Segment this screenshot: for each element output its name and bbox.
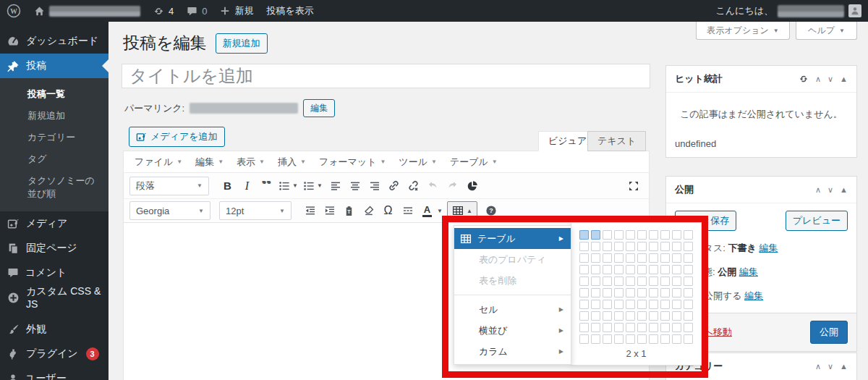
grid-cell[interactable]: [637, 288, 647, 297]
grid-cell[interactable]: [591, 311, 600, 321]
grid-cell[interactable]: [579, 242, 589, 251]
grid-cell[interactable]: [660, 300, 670, 309]
grid-cell[interactable]: [603, 300, 612, 309]
bullet-list-button[interactable]: [276, 177, 292, 195]
bullet-list-caret[interactable]: ▼: [292, 182, 301, 189]
new-content-menu[interactable]: 新規: [213, 0, 260, 22]
grid-cell[interactable]: [649, 265, 658, 274]
grid-cell[interactable]: [684, 265, 693, 274]
grid-cell[interactable]: [614, 230, 624, 240]
sidebar-item-dashboard[interactable]: ダッシュボード: [0, 29, 109, 54]
table-menu-button[interactable]: ▲: [447, 201, 477, 220]
grid-cell[interactable]: [591, 300, 600, 309]
grid-cell[interactable]: [637, 230, 647, 240]
grid-cell[interactable]: [649, 276, 658, 286]
grid-cell[interactable]: [649, 253, 658, 263]
grid-cell[interactable]: [637, 253, 647, 263]
menu-item-table[interactable]: テーブル ▶: [454, 228, 571, 249]
post-title-input[interactable]: [122, 64, 650, 88]
grid-cell[interactable]: [591, 276, 600, 286]
comments-indicator[interactable]: 0: [180, 0, 213, 22]
unlink-button[interactable]: [404, 177, 423, 195]
align-right-button[interactable]: [365, 177, 384, 195]
grid-cell[interactable]: [603, 323, 612, 332]
grid-cell[interactable]: [603, 230, 612, 240]
grid-cell[interactable]: [591, 334, 600, 344]
menu-file[interactable]: ファイル▼: [128, 156, 189, 169]
sidebar-item-pages[interactable]: 固定ページ: [0, 236, 109, 261]
bold-button[interactable]: B: [218, 177, 237, 195]
menu-item-column[interactable]: カラム ▶: [454, 341, 571, 362]
special-character-button[interactable]: Ω: [378, 201, 398, 220]
grid-cell[interactable]: [579, 300, 589, 309]
grid-cell[interactable]: [649, 323, 658, 332]
move-down-icon[interactable]: ∨: [827, 185, 833, 195]
grid-cell[interactable]: [614, 276, 624, 286]
numbered-list-caret[interactable]: ▼: [317, 182, 326, 189]
grid-cell[interactable]: [626, 230, 635, 240]
view-post-link[interactable]: 投稿を表示: [260, 0, 320, 22]
preview-button[interactable]: プレビュー: [786, 211, 848, 231]
grid-cell[interactable]: [603, 242, 612, 251]
edit-visibility-link[interactable]: 編集: [739, 266, 758, 277]
grid-cell[interactable]: [614, 323, 624, 332]
grid-cell[interactable]: [614, 300, 624, 309]
grid-cell[interactable]: [660, 276, 670, 286]
sidebar-item-custom-css-js[interactable]: カスタム CSS & JS: [0, 285, 109, 310]
grid-cell[interactable]: [579, 288, 589, 297]
submenu-all-posts[interactable]: 投稿一覧: [0, 83, 109, 105]
edit-permalink-button[interactable]: 編集: [303, 99, 335, 117]
grid-cell[interactable]: [649, 311, 658, 321]
grid-cell[interactable]: [591, 265, 600, 274]
text-color-button[interactable]: A: [417, 201, 437, 220]
add-new-post-button[interactable]: 新規追加: [216, 33, 268, 54]
grid-cell[interactable]: [626, 253, 635, 263]
grid-cell[interactable]: [684, 253, 693, 263]
grid-cell[interactable]: [649, 334, 658, 344]
grid-cell[interactable]: [684, 288, 693, 297]
grid-cell[interactable]: [603, 288, 612, 297]
grid-cell[interactable]: [626, 311, 635, 321]
grid-cell[interactable]: [626, 300, 635, 309]
fullscreen-icon[interactable]: [624, 177, 643, 195]
grid-cell[interactable]: [672, 300, 681, 309]
grid-cell[interactable]: [672, 323, 681, 332]
horizontal-rule-button[interactable]: [398, 201, 417, 220]
move-up-icon[interactable]: ∧: [815, 362, 821, 371]
grid-cell[interactable]: [591, 230, 600, 240]
grid-cell[interactable]: [649, 242, 658, 251]
grid-cell[interactable]: [684, 300, 693, 309]
grid-cell[interactable]: [579, 265, 589, 274]
paste-as-text-icon[interactable]: T: [339, 201, 359, 220]
grid-cell[interactable]: [672, 334, 681, 344]
collapse-toggle-icon[interactable]: ▲: [840, 362, 848, 371]
grid-cell[interactable]: [684, 230, 693, 240]
grid-cell[interactable]: [637, 323, 647, 332]
grid-cell[interactable]: [614, 311, 624, 321]
grid-cell[interactable]: [672, 265, 681, 274]
grid-cell[interactable]: [626, 242, 635, 251]
clear-formatting-icon[interactable]: [359, 201, 378, 220]
grid-cell[interactable]: [649, 300, 658, 309]
grid-cell[interactable]: [614, 288, 624, 297]
grid-cell[interactable]: [614, 242, 624, 251]
sidebar-item-comments[interactable]: コメント: [0, 261, 109, 285]
grid-cell[interactable]: [603, 311, 612, 321]
grid-cell[interactable]: [637, 300, 647, 309]
grid-cell[interactable]: [603, 334, 612, 344]
grid-cell[interactable]: [660, 323, 670, 332]
grid-cell[interactable]: [603, 265, 612, 274]
grid-cell[interactable]: [637, 334, 647, 344]
grid-cell[interactable]: [637, 242, 647, 251]
grid-cell[interactable]: [672, 288, 681, 297]
grid-cell[interactable]: [672, 276, 681, 286]
grid-cell[interactable]: [672, 253, 681, 263]
edit-schedule-link[interactable]: 編集: [744, 290, 763, 301]
publish-button[interactable]: 公開: [810, 321, 848, 344]
grid-cell[interactable]: [684, 311, 693, 321]
grid-cell[interactable]: [579, 276, 589, 286]
grid-cell[interactable]: [660, 288, 670, 297]
grid-cell[interactable]: [684, 334, 693, 344]
grid-cell[interactable]: [591, 288, 600, 297]
menu-view[interactable]: 表示▼: [230, 156, 271, 169]
